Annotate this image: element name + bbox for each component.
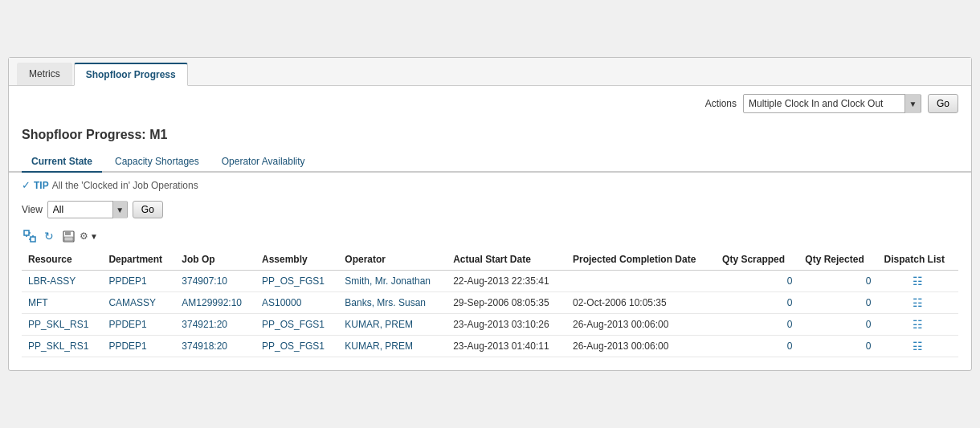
svg-rect-8	[64, 237, 73, 241]
col-department: Department	[102, 249, 175, 271]
cell-projected-completion	[566, 271, 716, 292]
cell-qty-rejected: 0	[798, 292, 877, 314]
view-dropdown-value: All	[48, 204, 112, 215]
tab-metrics[interactable]: Metrics	[17, 63, 72, 85]
col-actual-start: Actual Start Date	[447, 249, 566, 271]
sub-tabs-wrapper: Current State Capacity Shortages Operato…	[9, 152, 971, 173]
cell-actual-start: 29-Sep-2006 08:05:35	[447, 292, 566, 314]
toolbar: ↻ ⚙ ▼	[9, 225, 971, 249]
cell-job-op: AM129992:10	[175, 292, 255, 314]
cell-actual-start: 23-Aug-2013 03:10:26	[447, 314, 566, 336]
table-wrapper: Resource Department Job Op Assembly Oper…	[9, 249, 971, 370]
cell-projected-completion: 26-Aug-2013 00:06:00	[566, 314, 716, 336]
cell-operator: Smith, Mr. Jonathan	[338, 271, 447, 292]
col-projected-completion: Projected Completion Date	[566, 249, 716, 271]
save-icon[interactable]	[60, 228, 76, 244]
gear-icon: ⚙	[80, 230, 88, 242]
cell-resource: PP_SKL_RS1	[22, 336, 102, 357]
dispatch-list-icon[interactable]: ☷	[913, 296, 923, 309]
svg-rect-1	[31, 237, 35, 242]
sub-tab-capacity-shortages[interactable]: Capacity Shortages	[105, 152, 209, 173]
cell-qty-scrapped: 0	[716, 292, 798, 314]
cell-resource: MFT	[22, 292, 102, 314]
table-row: PP_SKL_RS1 PPDEP1 374921:20 PP_OS_FGS1 K…	[22, 314, 958, 336]
nav-tabs: Metrics Shopfloor Progress	[9, 58, 971, 86]
svg-rect-0	[24, 230, 29, 235]
col-qty-rejected: Qty Rejected	[798, 249, 877, 271]
dispatch-list-icon[interactable]: ☷	[913, 275, 923, 287]
cell-job-op: 374918:20	[175, 336, 255, 357]
cell-operator: KUMAR, PREM	[338, 336, 447, 357]
col-qty-scrapped: Qty Scrapped	[716, 249, 798, 271]
cell-assembly: PP_OS_FGS1	[255, 336, 338, 357]
table-row: LBR-ASSY PPDEP1 374907:10 PP_OS_FGS1 Smi…	[22, 271, 958, 292]
settings-chevron-icon: ▼	[90, 232, 98, 241]
cell-assembly: AS10000	[255, 292, 338, 314]
tip-check-icon: ✓	[22, 179, 31, 191]
cell-job-op: 374921:20	[175, 314, 255, 336]
view-label: View	[22, 204, 43, 215]
chevron-down-icon: ▼	[909, 100, 917, 108]
cell-dispatch-list: ☷	[878, 271, 958, 292]
dispatch-list-icon[interactable]: ☷	[913, 340, 923, 353]
col-dispatch-list: Dispatch List	[878, 249, 958, 271]
cell-assembly: PP_OS_FGS1	[255, 314, 338, 336]
cell-qty-scrapped: 0	[716, 336, 798, 357]
chevron-down-icon: ▼	[116, 206, 124, 214]
table-header-row: Resource Department Job Op Assembly Oper…	[22, 249, 958, 271]
view-bar: View All ▼ Go	[9, 198, 971, 225]
cell-operator: Banks, Mrs. Susan	[338, 292, 447, 314]
cell-qty-scrapped: 0	[716, 271, 798, 292]
cell-assembly: PP_OS_FGS1	[255, 271, 338, 292]
settings-button[interactable]: ⚙ ▼	[80, 230, 98, 242]
dispatch-list-icon[interactable]: ☷	[913, 318, 923, 331]
sub-tab-operator-availability[interactable]: Operator Availablity	[212, 152, 315, 173]
col-job-op: Job Op	[175, 249, 255, 271]
cell-operator: KUMAR, PREM	[338, 314, 447, 336]
actions-label: Actions	[705, 98, 737, 109]
view-dropdown-arrow[interactable]: ▼	[112, 201, 127, 218]
view-dropdown[interactable]: All ▼	[47, 201, 128, 218]
cell-dispatch-list: ☷	[878, 336, 958, 357]
cell-resource: PP_SKL_RS1	[22, 314, 102, 336]
tip-prefix: TIP	[34, 180, 49, 191]
cell-resource: LBR-ASSY	[22, 271, 102, 292]
table-row: PP_SKL_RS1 PPDEP1 374918:20 PP_OS_FGS1 K…	[22, 336, 958, 357]
cell-qty-rejected: 0	[798, 314, 877, 336]
cell-department: PPDEP1	[102, 271, 175, 292]
col-operator: Operator	[338, 249, 447, 271]
sub-tabs: Current State Capacity Shortages Operato…	[22, 152, 958, 171]
main-table: Resource Department Job Op Assembly Oper…	[22, 249, 958, 357]
tip-text: All the 'Clocked in' Job Operations	[52, 180, 198, 191]
cell-job-op: 374907:10	[175, 271, 255, 292]
cell-department: PPDEP1	[102, 314, 175, 336]
svg-rect-7	[65, 231, 71, 235]
actions-dropdown[interactable]: Multiple Clock In and Clock Out ▼	[743, 94, 921, 113]
sub-tab-current-state[interactable]: Current State	[22, 152, 102, 173]
page-title: Shopfloor Progress: M1	[9, 121, 971, 152]
table-row: MFT CAMASSY AM129992:10 AS10000 Banks, M…	[22, 292, 958, 314]
col-assembly: Assembly	[255, 249, 338, 271]
actions-dropdown-arrow[interactable]: ▼	[904, 94, 921, 113]
cell-projected-completion: 02-Oct-2006 10:05:35	[566, 292, 716, 314]
cell-projected-completion: 26-Aug-2013 00:06:00	[566, 336, 716, 357]
main-container: Metrics Shopfloor Progress Actions Multi…	[8, 57, 972, 371]
cell-actual-start: 22-Aug-2013 22:35:41	[447, 271, 566, 292]
cell-department: CAMASSY	[102, 292, 175, 314]
tab-shopfloor[interactable]: Shopfloor Progress	[74, 63, 188, 86]
tip-area: ✓ TIP All the 'Clocked in' Job Operation…	[9, 173, 971, 198]
cell-qty-rejected: 0	[798, 271, 877, 292]
cell-qty-scrapped: 0	[716, 314, 798, 336]
actions-bar: Actions Multiple Clock In and Clock Out …	[9, 86, 971, 121]
col-resource: Resource	[22, 249, 102, 271]
cell-actual-start: 23-Aug-2013 01:40:11	[447, 336, 566, 357]
cell-dispatch-list: ☷	[878, 314, 958, 336]
cell-qty-rejected: 0	[798, 336, 877, 357]
actions-go-button[interactable]: Go	[928, 94, 958, 113]
cell-dispatch-list: ☷	[878, 292, 958, 314]
view-go-button[interactable]: Go	[133, 201, 163, 218]
cell-department: PPDEP1	[102, 336, 175, 357]
actions-dropdown-value: Multiple Clock In and Clock Out	[744, 94, 904, 113]
refresh-icon[interactable]: ↻	[41, 228, 57, 244]
expand-icon[interactable]	[22, 228, 38, 244]
